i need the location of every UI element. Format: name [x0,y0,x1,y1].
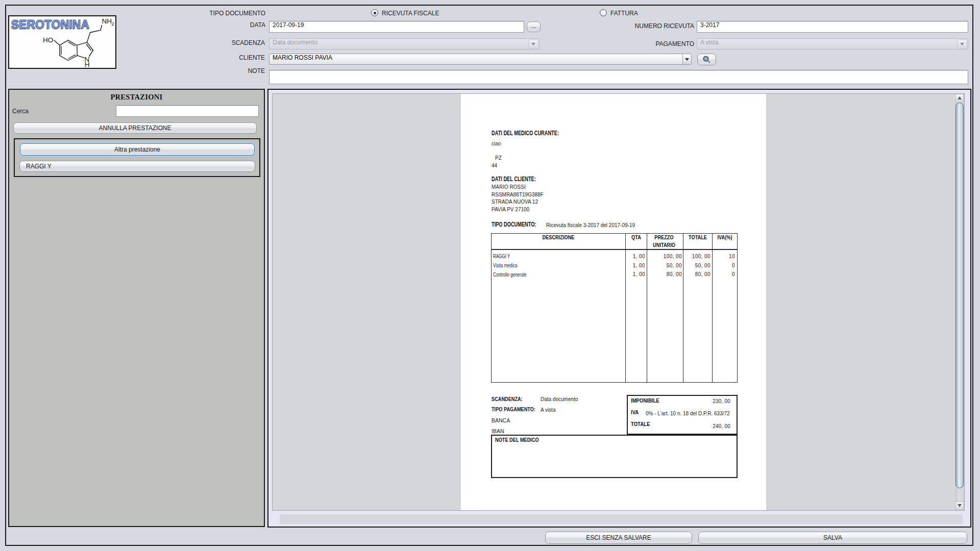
svg-text:2: 2 [112,21,114,27]
svg-text:HO: HO [43,36,53,44]
svg-text:H: H [85,61,90,68]
svg-text:NH: NH [102,17,112,25]
svg-text:SEROTONINA: SEROTONINA [11,18,89,32]
